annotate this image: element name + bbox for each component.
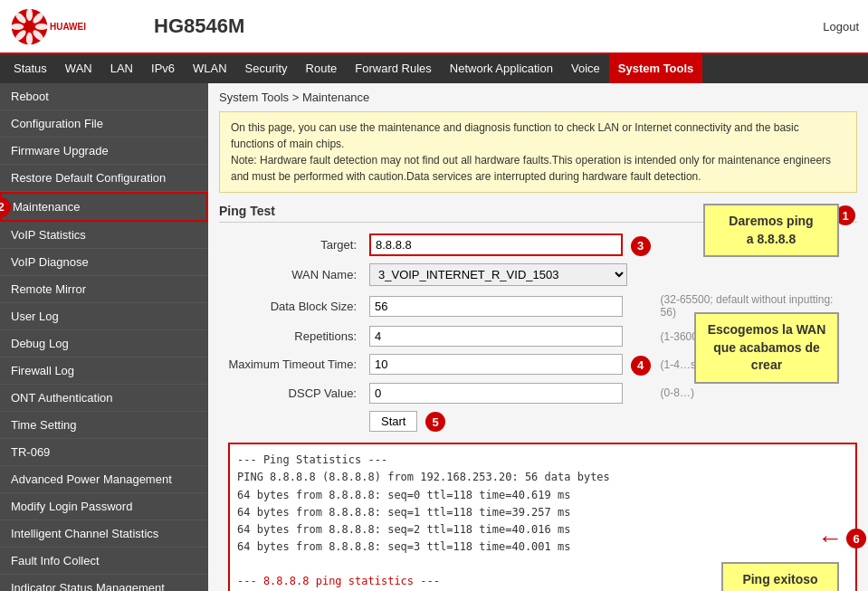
sidebar-item-user-log[interactable]: User Log (0, 303, 208, 330)
header: HUAWEI HG8546M Logout (0, 0, 868, 54)
callout-text-4: Escogemos la WANque acabamos decrear (708, 322, 826, 372)
callout-bubble-4: Escogemos la WANque acabamos decrear (694, 312, 839, 384)
ping-section: Ping Test Target: 3 WAN Name: 3_VOIP (219, 204, 857, 591)
sidebar-item-firmware[interactable]: Firmware Upgrade (0, 138, 208, 165)
logo-area: HUAWEI (9, 6, 136, 47)
sidebar-item-intelligent-channel[interactable]: Intelligent Channel Statistics (0, 520, 208, 548)
sidebar: Reboot Configuration File Firmware Upgra… (0, 83, 208, 591)
step-3-circle: 3 (631, 236, 651, 256)
sidebar-item-reboot[interactable]: Reboot (0, 83, 208, 110)
step-5-circle: 5 (425, 412, 445, 432)
svg-point-5 (26, 32, 33, 44)
nav-wan[interactable]: WAN (56, 54, 101, 83)
data-block-input[interactable] (369, 296, 623, 317)
max-timeout-label: Maximum Timeout Time: (219, 350, 364, 379)
sidebar-item-modify-password[interactable]: Modify Login Password (0, 493, 208, 520)
sidebar-item-time-setting[interactable]: Time Setting (0, 412, 208, 439)
wan-name-select[interactable]: 3_VOIP_INTERNET_R_VID_1503 (369, 263, 627, 286)
wan-name-label: WAN Name: (219, 260, 364, 290)
repetitions-input[interactable] (369, 326, 623, 347)
start-row: Start 5 (219, 407, 857, 436)
sidebar-item-restore-default[interactable]: Restore Default Configuration (0, 165, 208, 192)
callout-bubble-6: Ping exitoso (721, 562, 839, 591)
main-layout: Reboot Configuration File Firmware Upgra… (0, 83, 868, 591)
nav-wlan[interactable]: WLAN (184, 54, 236, 83)
sidebar-item-fault-info[interactable]: Fault Info Collect (0, 548, 208, 575)
sidebar-item-firewall-log[interactable]: Firewall Log (0, 357, 208, 385)
callout-bubble-1: Daremos pinga 8.8.8.8 (703, 204, 839, 257)
data-block-label: Data Block Size: (219, 290, 364, 322)
nav-forward-rules[interactable]: Forward Rules (346, 54, 441, 83)
nav-security[interactable]: Security (236, 54, 297, 83)
svg-point-7 (11, 23, 24, 29)
step-4-circle: 4 (631, 356, 651, 376)
nav-ipv6[interactable]: IPv6 (142, 54, 184, 83)
step-6-circle: 6 (846, 529, 866, 548)
callout-text-1: Daremos pinga 8.8.8.8 (729, 214, 813, 246)
nav-network-application[interactable]: Network Application (441, 54, 562, 83)
sidebar-item-maintenance[interactable]: Maintenance (0, 192, 208, 222)
result-line5: 64 bytes from 8.8.8.8: seq=2 ttl=118 tim… (237, 523, 570, 536)
result-line8: --- 8.8.8.8 ping statistics --- (237, 575, 440, 587)
nav-route[interactable]: Route (297, 54, 347, 83)
dscp-input[interactable] (369, 383, 623, 404)
info-box: On this page, you can use the maintenanc… (219, 111, 857, 193)
max-timeout-input[interactable] (369, 354, 623, 375)
result-line1: --- Ping Statistics --- (237, 453, 387, 466)
device-title: HG8546M (136, 14, 823, 38)
navbar: Status WAN LAN IPv6 WLAN Security Route … (0, 54, 868, 83)
nav-voice[interactable]: Voice (562, 54, 609, 83)
info-line1: On this page, you can use the maintenanc… (231, 121, 799, 150)
target-input[interactable] (369, 234, 623, 256)
huawei-brand: HUAWEI (50, 22, 86, 32)
result-line2: PING 8.8.8.8 (8.8.8.8) from 192.168.253.… (237, 471, 610, 483)
sidebar-item-advanced-power[interactable]: Advanced Power Management (0, 466, 208, 493)
nav-system-tools[interactable]: System Tools (609, 54, 703, 83)
svg-point-1 (26, 7, 33, 20)
sidebar-item-voip-stats[interactable]: VoIP Statistics (0, 222, 208, 249)
start-button[interactable]: Start (369, 411, 417, 432)
target-label: Target: (219, 230, 364, 260)
callout-text-6: Ping exitoso (742, 572, 817, 586)
result-line4: 64 bytes from 8.8.8.8: seq=1 ttl=118 tim… (237, 506, 570, 519)
sidebar-item-indicator-status[interactable]: Indicator Status Management (0, 575, 208, 591)
arrow-6-icon: ← (817, 524, 843, 553)
dscp-label: DSCP Value: (219, 379, 364, 407)
sidebar-item-tr069[interactable]: TR-069 (0, 439, 208, 466)
sidebar-item-config-file[interactable]: Configuration File (0, 110, 208, 138)
result-line3: 64 bytes from 8.8.8.8: seq=0 ttl=118 tim… (237, 489, 570, 501)
svg-point-3 (35, 23, 48, 29)
info-line2: Note: Hardware fault detection may not f… (231, 154, 831, 183)
content-area: System Tools > Maintenance On this page,… (208, 83, 868, 591)
nav-lan[interactable]: LAN (101, 54, 142, 83)
sidebar-item-debug-log[interactable]: Debug Log (0, 330, 208, 357)
repetitions-label: Repetitions: (219, 322, 364, 350)
sidebar-item-ont-auth[interactable]: ONT Authentication (0, 385, 208, 412)
sidebar-item-voip-diagnose[interactable]: VoIP Diagnose (0, 249, 208, 276)
logout-button[interactable]: Logout (823, 20, 859, 33)
nav-status[interactable]: Status (5, 54, 56, 83)
huawei-logo-icon (9, 6, 50, 47)
result-line6: 64 bytes from 8.8.8.8: seq=3 ttl=118 tim… (237, 540, 570, 553)
sidebar-item-remote-mirror[interactable]: Remote Mirror (0, 276, 208, 303)
step-6-area: ← 6 (817, 524, 866, 553)
wan-name-row: WAN Name: 3_VOIP_INTERNET_R_VID_1503 (219, 260, 857, 290)
breadcrumb: System Tools > Maintenance (219, 91, 857, 104)
